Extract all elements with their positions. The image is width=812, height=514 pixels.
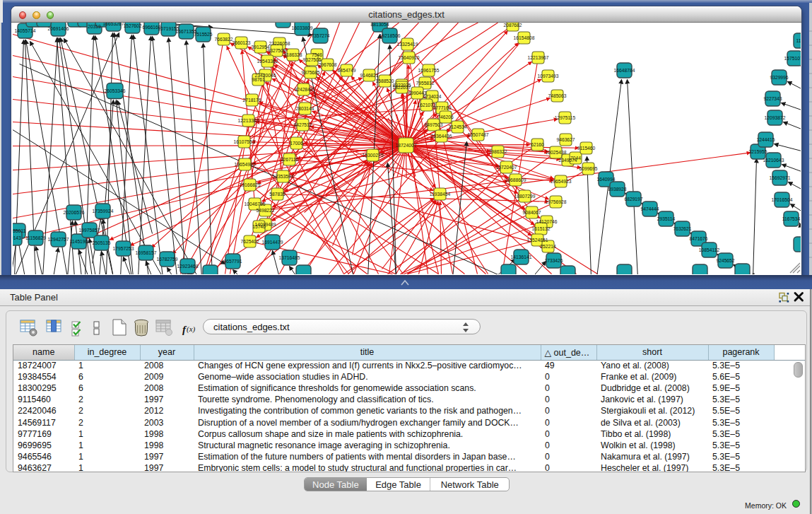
svg-text:9329996: 9329996 [770,74,788,79]
svg-text:19166825: 19166825 [239,182,260,187]
svg-text:11938454: 11938454 [429,191,450,196]
svg-text:2087682: 2087682 [503,23,522,28]
svg-text:23226058: 23226058 [269,40,290,45]
svg-text:13524851: 13524851 [526,237,548,242]
svg-text:6099695: 6099695 [579,165,597,170]
svg-text:6829197: 6829197 [624,196,642,201]
svg-text:14055714: 14055714 [14,28,35,33]
svg-text:746206: 746206 [437,114,454,119]
svg-text:1588520: 1588520 [375,78,394,83]
svg-text:3215955: 3215955 [748,148,767,153]
svg-text:1145190: 1145190 [69,238,88,243]
svg-text:7986322: 7986322 [488,148,507,153]
svg-text:1615132: 1615132 [531,226,550,230]
svg-text:1117: 1117 [796,37,801,42]
svg-text:16782759: 16782759 [156,256,177,261]
svg-text:7485063: 7485063 [548,93,566,98]
svg-text:9657791: 9657791 [223,258,242,263]
svg-text:9115460: 9115460 [577,145,595,150]
svg-text:10025438: 10025438 [545,149,566,154]
svg-text:16154808: 16154808 [513,35,534,40]
svg-text:1167534: 1167534 [782,216,800,221]
svg-text:18724007: 18724007 [395,142,416,147]
svg-text:3660123: 3660123 [232,40,250,45]
svg-text:13716485: 13716485 [278,255,300,259]
svg-text:7044: 7044 [570,155,581,160]
svg-text:(x): (x) [187,325,196,334]
svg-text:435011: 435011 [13,228,26,233]
svg-text:10688609: 10688609 [505,177,526,182]
svg-text:9146821: 9146821 [360,72,378,77]
svg-text:15720407: 15720407 [495,164,517,169]
svg-text:10507487: 10507487 [467,132,488,136]
svg-text:7955812: 7955812 [416,80,434,85]
svg-text:13325419: 13325419 [396,41,418,46]
svg-text:7632621: 7632621 [673,226,691,230]
svg-text:9777169: 9777169 [433,105,451,110]
svg-text:8471676: 8471676 [689,235,707,240]
svg-text:9084067: 9084067 [522,209,541,214]
svg-text:3124534: 3124534 [448,124,466,129]
svg-text:1733426: 1733426 [544,257,563,262]
svg-text:16648784: 16648784 [613,67,635,72]
svg-text:12213363: 12213363 [237,117,259,122]
svg-text:26053346: 26053346 [104,88,125,93]
svg-text:20691406: 20691406 [47,25,69,30]
svg-text:10973493: 10973493 [537,73,558,78]
svg-text:6497503: 6497503 [424,122,442,127]
svg-text:10854112: 10854112 [698,247,719,252]
svg-text:10046786: 10046786 [244,201,265,206]
svg-text:62160: 62160 [531,141,544,146]
svg-text:1244415: 1244415 [756,136,775,141]
svg-text:7357274: 7357274 [311,33,329,37]
svg-text:252214: 252214 [540,243,556,248]
svg-text:2718176: 2718176 [242,97,261,102]
svg-text:15640910: 15640910 [398,54,419,59]
svg-text:1822037: 1822037 [392,84,411,89]
svg-text:16958157: 16958157 [135,250,156,255]
svg-text:14136141: 14136141 [510,254,531,259]
svg-text:15740: 15740 [252,223,266,228]
svg-text:7515525: 7515525 [194,31,212,36]
svg-text:8454749: 8454749 [337,67,355,72]
svg-text:7663822: 7663822 [214,36,233,41]
svg-text:9242848: 9242848 [294,86,312,91]
svg-text:9327505: 9327505 [302,57,321,62]
svg-text:12923468: 12923468 [177,263,198,268]
svg-text:1640994: 1640994 [596,176,615,181]
svg-text:9474444: 9474444 [640,206,659,211]
svg-text:2967608: 2967608 [318,62,336,66]
svg-text:20364436: 20364436 [430,133,452,138]
svg-text:19654985: 19654985 [234,161,255,166]
svg-text:15751074: 15751074 [784,55,801,60]
svg-text:19218506: 19218506 [379,33,400,37]
svg-text:6734024: 6734024 [423,93,441,98]
svg-text:16210643: 16210643 [763,157,784,162]
svg-text:15300275: 15300275 [362,152,383,157]
svg-text:17006: 17006 [290,140,303,145]
svg-text:12353594: 12353594 [272,173,293,178]
svg-text:2935114: 2935114 [657,216,675,221]
svg-text:12975115: 12975115 [554,115,575,119]
svg-text:20206576: 20206576 [63,209,84,214]
svg-text:19756928: 19756928 [545,199,566,204]
svg-text:19654923: 19654923 [550,178,571,183]
svg-text:98761: 98761 [252,76,265,81]
svg-text:9227343: 9227343 [763,95,782,100]
svg-text:8813054: 8813054 [370,23,389,27]
svg-text:2803144: 2803144 [295,105,314,110]
svg-text:15692971: 15692971 [769,175,790,180]
svg-text:12213967: 12213967 [527,54,548,59]
svg-text:18807299: 18807299 [514,193,535,198]
svg-text:16033809: 16033809 [291,25,312,30]
svg-text:9875685: 9875685 [301,69,319,74]
svg-text:587835: 587835 [269,191,286,196]
svg-text:7625402: 7625402 [240,238,259,243]
svg-text:16914479: 16914479 [261,239,283,244]
svg-text:17016504: 17016504 [771,197,792,201]
svg-text:8186328: 8186328 [283,52,302,57]
svg-text:11156829: 11156829 [25,235,46,240]
svg-text:1527602: 1527602 [123,23,141,28]
svg-text:14120746: 14120746 [536,218,557,223]
svg-text:8427512: 8427512 [293,122,312,127]
